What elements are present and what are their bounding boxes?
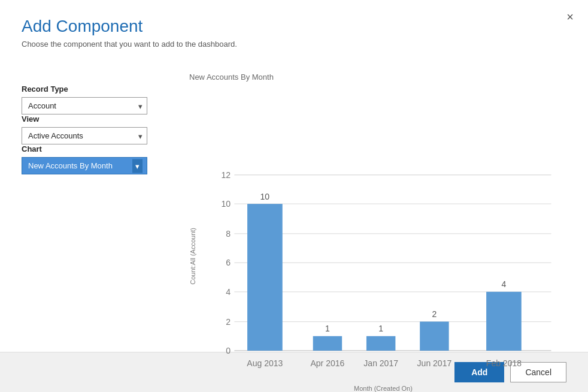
svg-text:4: 4 [502, 279, 507, 289]
svg-text:10: 10 [221, 199, 231, 209]
close-button[interactable]: × [566, 11, 574, 23]
record-type-select[interactable]: Account Contact Lead Opportunity [22, 97, 147, 114]
svg-text:10: 10 [260, 192, 270, 201]
svg-text:Apr 2016: Apr 2016 [310, 358, 344, 368]
bar-jan2017 [366, 336, 395, 351]
svg-text:6: 6 [226, 258, 231, 267]
svg-text:1: 1 [378, 324, 383, 333]
svg-text:4: 4 [226, 287, 231, 297]
chart-svg-area: 0 2 4 6 8 10 12 [200, 166, 566, 382]
svg-text:Jun 2017: Jun 2017 [417, 358, 452, 368]
svg-text:Feb 2018: Feb 2018 [486, 358, 522, 368]
svg-text:8: 8 [226, 229, 231, 239]
dialog: Add Component Choose the component that … [0, 0, 588, 392]
chart-area: Count:All (Account) [189, 88, 566, 346]
y-axis-label: Count:All (Account) [189, 228, 196, 285]
chart-inner: 0 2 4 6 8 10 12 [200, 166, 566, 346]
chart-title: New Accounts By Month [189, 73, 566, 82]
bar-jun2017 [420, 322, 448, 351]
right-panel: New Accounts By Month Count:All (Account… [189, 67, 566, 346]
left-panel: Record Type Account Contact Lead Opportu… [22, 67, 165, 346]
bar-feb2018 [486, 292, 522, 351]
view-field: View Active Accounts All Accounts My Acc… [22, 114, 165, 144]
svg-text:12: 12 [221, 170, 231, 180]
bar-aug2013 [247, 204, 283, 351]
dialog-header: Add Component Choose the component that … [0, 0, 588, 55]
chart-select-wrapper: New Accounts By Month Accounts by Indust… [22, 157, 147, 174]
record-type-select-wrapper: Account Contact Lead Opportunity ▾ [22, 97, 147, 114]
view-select[interactable]: Active Accounts All Accounts My Accounts [22, 127, 147, 144]
dialog-subtitle: Choose the component that you want to ad… [22, 40, 566, 49]
chart-select[interactable]: New Accounts By Month Accounts by Indust… [22, 157, 147, 174]
record-type-field: Record Type Account Contact Lead Opportu… [22, 85, 165, 114]
x-axis-label: Month (Created On) [200, 385, 566, 392]
dialog-title: Add Component [22, 17, 566, 36]
chart-field: Chart New Accounts By Month Accounts by … [22, 144, 165, 174]
chart-container: Count:All (Account) [189, 166, 566, 346]
dialog-body: Record Type Account Contact Lead Opportu… [0, 55, 588, 352]
view-label: View [22, 114, 165, 123]
svg-text:Jan 2017: Jan 2017 [363, 358, 398, 368]
svg-text:Aug 2013: Aug 2013 [247, 358, 283, 368]
record-type-label: Record Type [22, 85, 165, 94]
chart-label: Chart [22, 144, 165, 153]
svg-text:0: 0 [226, 346, 231, 355]
svg-text:1: 1 [325, 324, 330, 333]
svg-text:2: 2 [226, 317, 231, 327]
svg-text:2: 2 [432, 309, 437, 319]
bar-apr2016 [313, 336, 342, 351]
bar-chart: 0 2 4 6 8 10 12 [200, 166, 566, 382]
view-select-wrapper: Active Accounts All Accounts My Accounts… [22, 127, 147, 144]
